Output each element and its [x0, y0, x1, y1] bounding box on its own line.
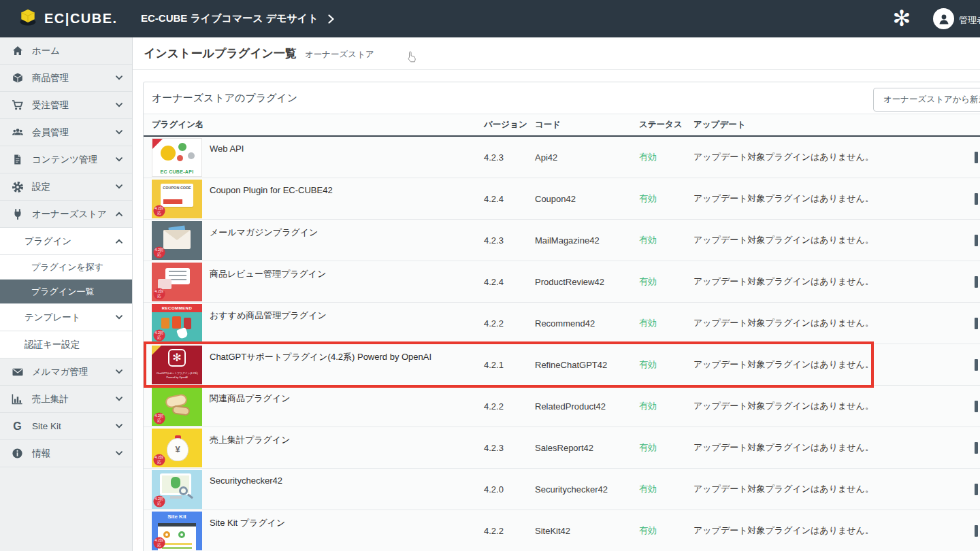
page-subtitle: オーナーズストア — [305, 49, 374, 61]
sidebar-item-label: オーナーズストア — [32, 208, 107, 220]
plugin-version: 4.2.0 — [484, 469, 535, 510]
sidebar-item-label: プラグイン一覧 — [31, 286, 95, 298]
plugin-name: 売上集計プラグイン — [210, 427, 484, 468]
chevron-down-icon — [116, 130, 122, 135]
sidebar-item-sales-report[interactable]: 売上集計 — [0, 386, 132, 413]
disable-plugin-button[interactable] — [972, 439, 980, 456]
box-icon — [11, 71, 24, 84]
disable-plugin-button[interactable] — [972, 149, 980, 166]
chevron-down-icon — [116, 157, 122, 162]
sidebar-item-plugin-list[interactable]: プラグイン一覧 — [0, 280, 132, 304]
version-badge: 4.2対応 — [153, 495, 165, 507]
sidebar-item-site-kit[interactable]: G Site Kit — [0, 413, 132, 440]
thumbnail-caption: ¥ — [167, 438, 189, 461]
ec-cube-logo[interactable]: EC|CUBE. — [0, 7, 133, 31]
disable-plugin-button[interactable] — [972, 398, 980, 415]
disable-plugin-button[interactable] — [972, 190, 980, 207]
user-label: 管理者 — [959, 14, 980, 27]
sidebar-item-auth-key[interactable]: 認証キー設定 — [0, 331, 132, 358]
table-row: RECOMMEND 4.2対応 おすすめ商品管理プラグイン 4.2.2 Reco… — [144, 303, 980, 344]
plugin-status: 有効 — [639, 427, 693, 468]
plugin-name: おすすめ商品管理プラグイン — [210, 303, 484, 344]
plugin-version: 4.2.1 — [484, 344, 535, 385]
disable-plugin-button[interactable] — [972, 232, 980, 249]
chevron-down-icon — [116, 397, 122, 401]
plugin-status: 有効 — [639, 261, 693, 302]
gear-icon — [11, 180, 24, 193]
plugin-update-status: アップデート対象プラグインはありません。 — [693, 137, 959, 178]
table-row: EC CUBE-API Web API 4.2.3 Api42 有効 アップデー… — [144, 137, 980, 178]
chevron-right-icon[interactable] — [328, 14, 334, 24]
sidebar-item-mailmaga[interactable]: メルマガ管理 — [0, 358, 132, 386]
disable-plugin-button[interactable] — [972, 481, 980, 498]
plugin-name: メールマガジンプラグイン — [210, 220, 484, 261]
plugin-status: 有効 — [639, 344, 693, 385]
ec-cube-cube-icon — [18, 7, 38, 31]
sidebar-item-orders[interactable]: 受注管理 — [0, 92, 132, 119]
thumbnail-caption: RECOMMEND — [152, 304, 202, 312]
thumbnail-caption: Site Kit — [152, 514, 202, 520]
sidebar-item-label: 売上集計 — [32, 393, 69, 405]
table-row: 4.2対応 Securitychecker42 4.2.0 Securitych… — [144, 469, 980, 510]
sidebar-item-plugin[interactable]: プラグイン — [0, 228, 132, 255]
version-badge: 4.2対応 — [153, 454, 165, 465]
site-title: EC-CUBE ライブコマース デモサイト — [141, 12, 318, 25]
plugin-update-status: アップデート対象プラグインはありません。 — [693, 386, 959, 427]
thumbnail-caption: ChatGPTサポートプラグイン(4.2系) Powerd by OpenAI — [152, 371, 201, 379]
table-row: 4.2対応 関連商品プラグイン 4.2.2 RelatedProduct42 有… — [144, 386, 980, 427]
plugin-code: Coupon42 — [535, 178, 639, 219]
openai-logo-icon[interactable]: ✻ — [889, 5, 915, 31]
plugin-thumbnail: 4.2対応 — [152, 263, 202, 301]
google-g-icon: G — [11, 420, 24, 433]
chevron-down-icon — [116, 369, 122, 374]
plugin-version: 4.2.4 — [484, 261, 535, 302]
plugin-version: 4.2.2 — [484, 510, 535, 551]
column-header-name: プラグイン名 — [144, 119, 484, 131]
cart-icon — [11, 99, 24, 112]
info-icon — [11, 447, 24, 460]
version-badge: 4.2対応 — [153, 329, 165, 341]
disable-plugin-button[interactable] — [972, 273, 980, 290]
chevron-down-icon — [116, 103, 122, 107]
sidebar-item-label: 商品管理 — [32, 72, 69, 84]
sidebar-item-info[interactable]: 情報 — [0, 440, 132, 467]
hand-cursor-icon — [406, 51, 416, 65]
plugin-status: 有効 — [639, 137, 693, 178]
plugin-update-status: アップデート対象プラグインはありません。 — [693, 510, 959, 551]
plugin-code: ProductReview42 — [535, 261, 639, 302]
sidebar-item-template[interactable]: テンプレート — [0, 304, 132, 331]
disable-plugin-button[interactable] — [972, 356, 980, 373]
version-badge: 4.2対応 — [153, 288, 165, 299]
plugin-code: Recommend42 — [535, 303, 639, 344]
chevron-down-icon — [116, 424, 122, 429]
sidebar-item-plugin-search[interactable]: プラグインを探す — [0, 255, 132, 280]
table-row: 4.2対応 メールマガジンプラグイン 4.2.3 MailMagazine42 … — [144, 220, 980, 261]
version-badge: 4.2対応 — [153, 246, 165, 258]
sidebar-item-label: メルマガ管理 — [32, 366, 88, 378]
table-row: ¥ 4.2対応 売上集計プラグイン 4.2.3 SalesReport42 有効… — [144, 427, 980, 469]
sidebar-item-label: 受注管理 — [32, 99, 69, 112]
user-avatar[interactable] — [933, 8, 954, 29]
chevron-down-icon — [116, 451, 122, 456]
new-install-button[interactable]: オーナーズストアから新規 — [873, 88, 980, 112]
ribbon-icon — [152, 346, 161, 355]
disable-plugin-button[interactable] — [972, 522, 980, 539]
sidebar-item-label: プラグインを探す — [31, 261, 103, 273]
sidebar-item-products[interactable]: 商品管理 — [0, 65, 132, 92]
plugin-code: MailMagazine42 — [535, 220, 639, 261]
plugin-thumbnail: 4.2対応 — [152, 470, 202, 509]
sidebar-item-owners-store[interactable]: オーナーズストア — [0, 201, 132, 228]
sidebar-item-label: 会員管理 — [32, 127, 69, 139]
sidebar-item-home[interactable]: ホーム — [0, 37, 132, 65]
plugin-version: 4.2.2 — [484, 303, 535, 344]
openai-logo-icon: ✻ — [168, 349, 186, 367]
disable-plugin-button[interactable] — [972, 315, 980, 332]
sidebar-item-settings[interactable]: 設定 — [0, 173, 132, 201]
sidebar-item-customers[interactable]: 会員管理 — [0, 119, 132, 146]
chevron-down-icon — [116, 315, 122, 320]
sidebar-item-contents[interactable]: コンテンツ管理 — [0, 146, 132, 173]
plugin-code: Securitychecker42 — [535, 469, 639, 510]
plugin-thumbnail: ✻ ChatGPTサポートプラグイン(4.2系) Powerd by OpenA… — [152, 346, 202, 384]
plugin-version: 4.2.4 — [484, 178, 535, 219]
plugin-code: Api42 — [535, 137, 639, 178]
